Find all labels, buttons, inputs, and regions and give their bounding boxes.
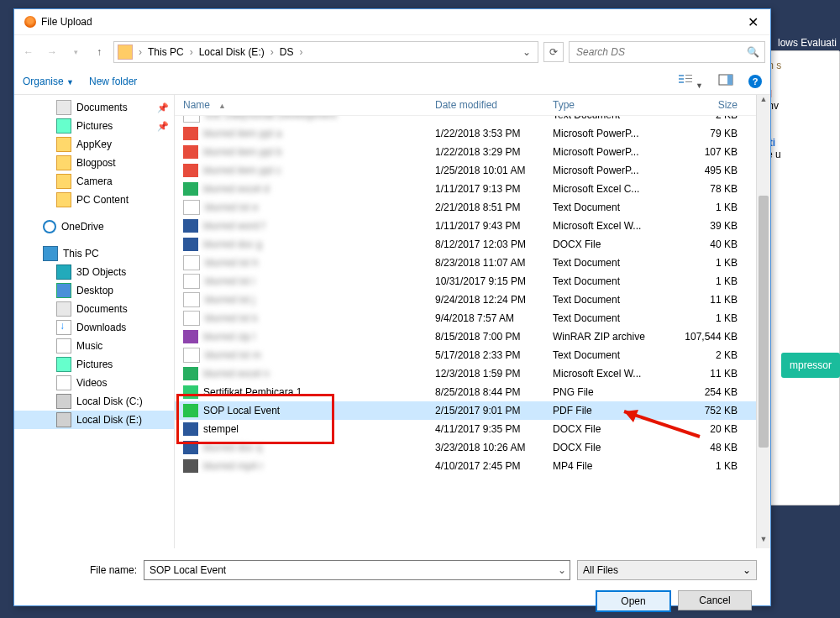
folder-icon (56, 137, 71, 152)
sidebar-item-pictures[interactable]: Pictures📌 (14, 117, 174, 135)
file-row[interactable]: blurred txt i10/31/2017 9:15 PMText Docu… (175, 272, 770, 291)
chevron-down-icon[interactable]: ⌄ (558, 564, 566, 576)
file-type: DOCX File (553, 423, 670, 435)
file-type: Text Document (553, 294, 670, 306)
sidebar-item-pc-content[interactable]: PC Content (14, 191, 174, 209)
chevron-right-icon: › (136, 46, 144, 58)
title-bar: File Upload ✕ (14, 9, 770, 35)
file-size: 254 KB (670, 386, 751, 398)
file-row[interactable]: stempel4/11/2017 9:35 PMDOCX File20 KB (175, 420, 770, 438)
vertical-scrollbar[interactable]: ▲ ▼ (756, 95, 770, 548)
file-icon (183, 164, 198, 177)
col-name[interactable]: Name▲ (183, 99, 435, 111)
new-folder-button[interactable]: New folder (89, 76, 137, 87)
sidebar-item-documents[interactable]: Documents📌 (14, 98, 174, 117)
file-row[interactable]: blurred zip l8/15/2018 7:00 PMWinRAR ZIP… (175, 327, 770, 346)
sidebar-item-desktop[interactable]: Desktop (14, 281, 174, 300)
view-options-button[interactable]: ▼ (678, 73, 703, 91)
file-size: 20 KB (670, 423, 751, 435)
sidebar-item-videos[interactable]: Videos (14, 374, 174, 392)
file-row[interactable]: blurred excel n12/3/2018 1:59 PMMicrosof… (175, 364, 770, 383)
file-upload-dialog: File Upload ✕ ← → ▾ ↑ › This PC › Local … (13, 8, 771, 606)
filename-input[interactable] (148, 563, 558, 577)
organise-menu[interactable]: Organise ▼ (23, 76, 74, 87)
forward-button[interactable]: → (43, 43, 61, 61)
drive-icon (56, 301, 71, 317)
chevron-right-icon: › (268, 46, 276, 58)
file-row[interactable]: blurred excel d1/11/2017 9:13 PMMicrosof… (175, 180, 770, 198)
file-name: blurred txt j (205, 294, 255, 306)
file-row[interactable]: blurred txt e2/21/2018 8:51 PMText Docum… (175, 198, 770, 217)
sidebar-item-appkey[interactable]: AppKey (14, 135, 174, 154)
sidebar-item-downloads[interactable]: Downloads (14, 318, 174, 337)
file-type: Text Document (553, 257, 670, 269)
recent-dropdown[interactable]: ▾ (66, 43, 85, 61)
file-row[interactable]: blurred word f1/11/2017 9:43 PMMicrosoft… (175, 217, 770, 235)
sidebar-item-pictures[interactable]: Pictures (14, 355, 174, 374)
sidebar-label: Camera (76, 175, 113, 187)
sidebar-item-3d-objects[interactable]: 3D Objects (14, 263, 174, 281)
sidebar-item-local-disk-c-[interactable]: Local Disk (C:) (14, 392, 174, 411)
file-row[interactable]: blurred txt h8/23/2018 11:07 AMText Docu… (175, 254, 770, 272)
scroll-up-icon[interactable]: ▲ (757, 95, 770, 108)
col-size[interactable]: Size (670, 99, 751, 111)
file-row[interactable]: blurred mp4 r4/10/2017 2:45 PMMP4 File1 … (175, 457, 770, 475)
background-os-text: lows Evaluati (774, 34, 840, 52)
file-row[interactable]: blurred doc q3/23/2018 10:26 AMDOCX File… (175, 438, 770, 457)
file-date: 2/15/2017 9:01 PM (435, 405, 553, 416)
filename-combobox[interactable]: ⌄ (144, 560, 570, 580)
search-input[interactable] (575, 45, 747, 59)
file-row[interactable]: blurred item ppt a1/22/2018 3:53 PMMicro… (175, 124, 770, 143)
sidebar-label: OneDrive (61, 221, 104, 233)
file-row[interactable]: blurred item ppt c1/25/2018 10:01 AMMicr… (175, 161, 770, 180)
up-button[interactable]: ↑ (90, 43, 108, 61)
file-size: 79 KB (670, 128, 751, 139)
scrollbar-thumb[interactable] (759, 196, 769, 448)
sidebar-item-camera[interactable]: Camera (14, 172, 174, 191)
file-date: 1/11/2017 9:43 PM (435, 220, 553, 232)
file-row[interactable]: IDE DailySocial DevelopmentText Document… (175, 116, 770, 124)
sidebar-item-local-disk-e-[interactable]: Local Disk (E:) (14, 411, 174, 429)
sidebar-label: Local Disk (E:) (76, 414, 142, 426)
crumb-dropdown[interactable]: ⌄ (519, 46, 534, 58)
breadcrumb-bar[interactable]: › This PC › Local Disk (E:) › DS › ⌄ (113, 41, 538, 63)
file-name: blurred excel n (203, 368, 270, 380)
scroll-down-icon[interactable]: ▼ (757, 535, 770, 548)
col-type[interactable]: Type (553, 99, 670, 111)
open-button[interactable]: Open (596, 590, 671, 612)
file-icon (183, 459, 198, 473)
sidebar-item-blogpost[interactable]: Blogpost (14, 154, 174, 172)
file-size: 752 KB (670, 405, 751, 416)
chevron-down-icon: ⌄ (743, 564, 751, 576)
file-row[interactable]: blurred item ppt b1/22/2018 3:29 PMMicro… (175, 143, 770, 161)
crumb-disk[interactable]: Local Disk (E:) (196, 46, 268, 58)
file-list[interactable]: IDE DailySocial DevelopmentText Document… (175, 116, 770, 519)
file-row[interactable]: blurred txt m5/17/2018 2:33 PMText Docum… (175, 346, 770, 364)
file-name: SOP Local Event (203, 405, 280, 416)
crumb-thispc[interactable]: This PC (144, 46, 187, 58)
crumb-folder[interactable]: DS (276, 46, 297, 58)
refresh-button[interactable]: ⟳ (543, 42, 564, 62)
folder-icon (56, 118, 71, 134)
file-row[interactable]: SOP Local Event2/15/2017 9:01 PMPDF File… (175, 401, 770, 420)
close-button[interactable]: ✕ (741, 14, 765, 30)
file-row[interactable]: blurred txt k9/4/2018 7:57 AMText Docume… (175, 309, 770, 327)
file-size: 11 KB (670, 294, 751, 306)
help-button[interactable]: ? (748, 75, 762, 88)
file-row[interactable]: blurred doc g8/12/2017 12:03 PMDOCX File… (175, 235, 770, 254)
svg-rect-7 (727, 75, 732, 85)
col-date[interactable]: Date modified (435, 99, 553, 111)
sidebar-item-music[interactable]: Music (14, 337, 174, 355)
drive-icon (56, 375, 71, 390)
sidebar-item-thispc[interactable]: This PC (14, 244, 174, 263)
sidebar-item-documents[interactable]: Documents (14, 300, 174, 318)
background-compressor-button[interactable]: mpressor (781, 353, 840, 378)
back-button[interactable]: ← (19, 43, 38, 61)
search-box[interactable]: 🔍 (569, 41, 765, 63)
preview-pane-button[interactable] (718, 73, 733, 91)
sidebar-item-onedrive[interactable]: OneDrive (14, 217, 174, 236)
cancel-button[interactable]: Cancel (678, 590, 752, 610)
file-row[interactable]: Sertifikat Pembicara 18/25/2018 8:44 PMP… (175, 383, 770, 401)
file-row[interactable]: blurred txt j9/24/2018 12:24 PMText Docu… (175, 291, 770, 309)
file-type-filter[interactable]: All Files ⌄ (577, 560, 757, 580)
